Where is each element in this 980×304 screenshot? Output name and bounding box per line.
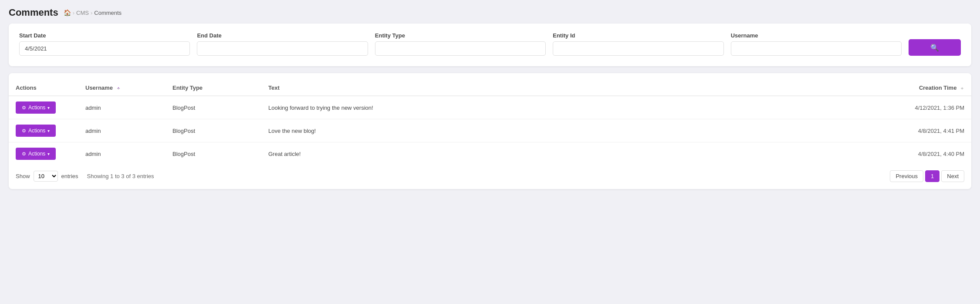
- actions-button-0[interactable]: ⚙ Actions ▾: [16, 101, 56, 114]
- actions-label-0: Actions: [28, 105, 45, 111]
- previous-button[interactable]: Previous: [890, 170, 923, 182]
- gear-icon: ⚙: [22, 151, 26, 157]
- cell-creation-time-2: 4/8/2021, 4:40 PM: [875, 142, 971, 166]
- pagination: Previous 1 Next: [890, 170, 964, 182]
- page-title: Comments: [9, 7, 58, 18]
- page-wrapper: Comments 🏠 › CMS › Comments Start Date E…: [0, 0, 980, 196]
- table-row: ⚙ Actions ▾ admin BlogPost Love the new …: [9, 119, 971, 142]
- cell-entity-type-1: BlogPost: [166, 119, 261, 142]
- col-header-username: Username: [78, 80, 166, 96]
- cell-username-2: admin: [78, 142, 166, 166]
- col-header-entity-type: Entity Type: [166, 80, 261, 96]
- cell-text-1: Love the new blog!: [261, 119, 875, 142]
- cell-entity-type-2: BlogPost: [166, 142, 261, 166]
- breadcrumb-cms[interactable]: CMS: [76, 10, 89, 16]
- end-date-label: End Date: [197, 32, 368, 39]
- table-card: Actions Username Entity Type: [9, 73, 971, 189]
- entity-id-label: Entity Id: [553, 32, 723, 39]
- actions-label-2: Actions: [28, 151, 45, 157]
- filter-card: Start Date End Date Entity Type Entity I…: [9, 24, 971, 66]
- show-entries-control: Show 10 25 50 100 entries: [16, 171, 78, 182]
- table-footer: Show 10 25 50 100 entries Showing 1 to 3…: [9, 165, 971, 182]
- home-icon[interactable]: 🏠: [64, 9, 71, 16]
- cell-username-0: admin: [78, 96, 166, 119]
- search-button[interactable]: 🔍: [909, 39, 961, 56]
- actions-button-1[interactable]: ⚙ Actions ▾: [16, 125, 56, 137]
- cell-text-2: Great article!: [261, 142, 875, 166]
- actions-button-2[interactable]: ⚙ Actions ▾: [16, 148, 56, 160]
- start-date-input[interactable]: [19, 41, 190, 56]
- gear-icon: ⚙: [22, 128, 26, 134]
- filter-group-entity-id: Entity Id: [553, 32, 723, 56]
- breadcrumb-comments: Comments: [94, 10, 122, 16]
- col-header-actions: Actions: [9, 80, 78, 96]
- caret-icon: ▾: [47, 152, 50, 156]
- caret-icon: ▾: [47, 105, 50, 110]
- table-body: ⚙ Actions ▾ admin BlogPost Looking forwa…: [9, 96, 971, 165]
- caret-icon: ▾: [47, 128, 50, 133]
- table-row: ⚙ Actions ▾ admin BlogPost Looking forwa…: [9, 96, 971, 119]
- entries-label: entries: [61, 173, 78, 179]
- page-header: Comments 🏠 › CMS › Comments: [9, 7, 971, 18]
- breadcrumb: 🏠 › CMS › Comments: [64, 9, 122, 16]
- filter-row: Start Date End Date Entity Type Entity I…: [19, 32, 961, 56]
- next-button[interactable]: Next: [941, 170, 964, 182]
- search-icon: 🔍: [930, 44, 939, 52]
- col-header-text: Text: [261, 80, 875, 96]
- cell-actions-0: ⚙ Actions ▾: [9, 96, 78, 119]
- actions-label-1: Actions: [28, 128, 45, 134]
- end-date-input[interactable]: [197, 41, 368, 56]
- breadcrumb-separator-1: ›: [73, 10, 74, 16]
- page-1-button[interactable]: 1: [925, 170, 939, 182]
- col-header-creation-time: Creation Time: [875, 80, 971, 96]
- entries-select[interactable]: 10 25 50 100: [34, 171, 58, 182]
- cell-actions-1: ⚙ Actions ▾: [9, 119, 78, 142]
- username-label: Username: [731, 32, 902, 39]
- table-header-row: Actions Username Entity Type: [9, 80, 971, 96]
- filter-group-end-date: End Date: [197, 32, 368, 56]
- table-row: ⚙ Actions ▾ admin BlogPost Great article…: [9, 142, 971, 166]
- entity-type-label: Entity Type: [375, 32, 546, 39]
- cell-text-0: Looking forward to trying the new versio…: [261, 96, 875, 119]
- start-date-label: Start Date: [19, 32, 190, 39]
- filter-group-entity-type: Entity Type: [375, 32, 546, 56]
- cell-username-1: admin: [78, 119, 166, 142]
- show-label: Show: [16, 173, 30, 179]
- username-sort-icon[interactable]: [116, 86, 121, 91]
- cell-creation-time-0: 4/12/2021, 1:36 PM: [875, 96, 971, 119]
- gear-icon: ⚙: [22, 105, 26, 111]
- cell-actions-2: ⚙ Actions ▾: [9, 142, 78, 166]
- username-input[interactable]: [731, 41, 902, 56]
- breadcrumb-separator-2: ›: [91, 10, 92, 16]
- showing-text: Showing 1 to 3 of 3 entries: [87, 173, 154, 179]
- comments-table: Actions Username Entity Type: [9, 80, 971, 165]
- cell-entity-type-0: BlogPost: [166, 96, 261, 119]
- creation-time-sort-icon[interactable]: [960, 86, 964, 91]
- entity-id-input[interactable]: [553, 41, 723, 56]
- filter-group-start-date: Start Date: [19, 32, 190, 56]
- entity-type-input[interactable]: [375, 41, 546, 56]
- cell-creation-time-1: 4/8/2021, 4:41 PM: [875, 119, 971, 142]
- filter-group-username: Username: [731, 32, 902, 56]
